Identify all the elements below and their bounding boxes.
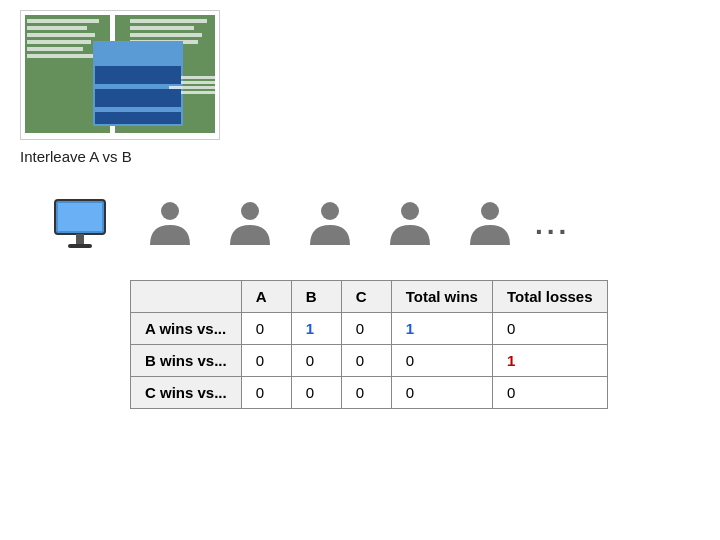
col-header-total-losses: Total losses <box>492 281 607 313</box>
cell-c-a: 0 <box>241 377 291 409</box>
cell-c-b: 0 <box>291 377 341 409</box>
col-header-b: B <box>291 281 341 313</box>
svg-point-8 <box>481 202 499 220</box>
col-header-c: C <box>341 281 391 313</box>
col-header-a: A <box>241 281 291 313</box>
cell-c-c: 0 <box>341 377 391 409</box>
cell-c-total-wins: 0 <box>391 377 492 409</box>
row-label-a: A wins vs... <box>131 313 242 345</box>
table-row: C wins vs... 0 0 0 0 0 <box>131 377 608 409</box>
person-1 <box>130 185 210 265</box>
cell-a-b: 1 <box>291 313 341 345</box>
person-5 <box>450 185 530 265</box>
row-label-b: B wins vs... <box>131 345 242 377</box>
cell-b-total-wins: 0 <box>391 345 492 377</box>
table-row: A wins vs... 0 1 0 1 0 <box>131 313 608 345</box>
svg-point-5 <box>241 202 259 220</box>
cell-a-total-losses: 0 <box>492 313 607 345</box>
svg-point-7 <box>401 202 419 220</box>
screenshot-thumbnail <box>20 10 220 140</box>
cell-c-total-losses: 0 <box>492 377 607 409</box>
svg-point-6 <box>321 202 339 220</box>
person-4 <box>370 185 450 265</box>
person-2 <box>210 185 290 265</box>
row-label-c: C wins vs... <box>131 377 242 409</box>
col-header-total-wins: Total wins <box>391 281 492 313</box>
cell-a-a: 0 <box>241 313 291 345</box>
svg-rect-3 <box>68 244 92 248</box>
persons-row: ... <box>0 185 720 265</box>
cell-b-total-losses: 1 <box>492 345 607 377</box>
person-3 <box>290 185 370 265</box>
top-section: Interleave A vs B <box>0 0 720 175</box>
svg-point-4 <box>161 202 179 220</box>
svg-rect-2 <box>76 234 84 244</box>
interleave-label: Interleave A vs B <box>20 148 132 165</box>
wins-losses-table: A B C Total wins Total losses A wins vs.… <box>130 280 608 409</box>
col-header-empty <box>131 281 242 313</box>
cell-a-c: 0 <box>341 313 391 345</box>
cell-b-c: 0 <box>341 345 391 377</box>
cell-a-total-wins: 1 <box>391 313 492 345</box>
cell-b-a: 0 <box>241 345 291 377</box>
table-row: B wins vs... 0 0 0 0 1 <box>131 345 608 377</box>
svg-rect-1 <box>58 203 102 231</box>
more-dots: ... <box>535 209 570 241</box>
table-section: A B C Total wins Total losses A wins vs.… <box>0 270 720 419</box>
cell-b-b: 0 <box>291 345 341 377</box>
monitor-icon <box>40 185 120 265</box>
